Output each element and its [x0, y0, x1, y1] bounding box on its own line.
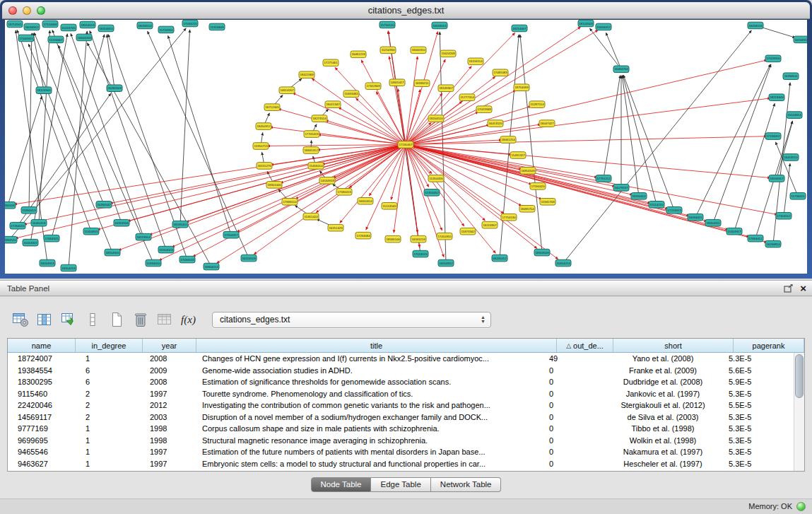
- new-file-icon[interactable]: [106, 310, 126, 329]
- graph-node[interactable]: 17791212: [596, 175, 611, 182]
- scrollbar-thumb[interactable]: [795, 354, 804, 398]
- graph-node[interactable]: 15950713: [253, 143, 269, 150]
- citation-graph[interactable]: 1724040718586106172940841625142915351424…: [5, 20, 807, 274]
- table-row[interactable]: 946362711997Embryonic stem cells: a mode…: [8, 458, 794, 470]
- table-row[interactable]: 1456911722003Disruption of a novel membe…: [8, 411, 794, 424]
- graph-node[interactable]: 17034215: [182, 20, 198, 27]
- graph-node[interactable]: 14614207: [279, 87, 295, 94]
- table-column-icon[interactable]: [34, 310, 54, 329]
- graph-node[interactable]: 16324556: [114, 219, 129, 226]
- graph-node[interactable]: 16633013: [432, 22, 447, 29]
- graph-node[interactable]: 16413520: [488, 120, 503, 127]
- graph-node[interactable]: 16712405: [264, 104, 280, 111]
- window-titlebar[interactable]: citations_edges.txt: [2, 2, 810, 19]
- graph-node[interactable]: 17275461: [323, 59, 339, 66]
- graph-node[interactable]: 17294084: [355, 232, 371, 239]
- graph-node[interactable]: 18394520: [5, 236, 17, 243]
- graph-node[interactable]: 16936211: [414, 80, 430, 87]
- trash-icon[interactable]: [130, 310, 151, 329]
- graph-node[interactable]: 18034917: [769, 175, 784, 182]
- graph-node[interactable]: 17554317: [223, 231, 239, 238]
- graph-node[interactable]: 16424510: [783, 154, 799, 161]
- graph-node[interactable]: 18061254: [500, 136, 516, 144]
- graph-node[interactable]: 18301006: [266, 182, 282, 189]
- graph-node[interactable]: 15554013: [158, 246, 174, 253]
- graph-node[interactable]: 15514210: [649, 201, 664, 208]
- graph-node[interactable]: 15945708: [540, 198, 555, 205]
- graph-node[interactable]: 18324509: [534, 249, 550, 256]
- graph-node[interactable]: 15351424: [303, 213, 319, 220]
- graph-node[interactable]: 18034514: [137, 22, 153, 29]
- graph-node[interactable]: 15934410: [146, 259, 161, 267]
- graph-node[interactable]: 17240407: [398, 141, 413, 148]
- table-disabled-icon[interactable]: [154, 310, 175, 329]
- graph-node[interactable]: 16155276: [257, 163, 272, 170]
- table-selector-dropdown[interactable]: citations_edges.txt ▲▼: [212, 312, 491, 328]
- column-header-title[interactable]: title: [196, 339, 557, 352]
- graph-node[interactable]: 14534918: [319, 177, 335, 185]
- graph-node[interactable]: 11254394: [380, 47, 396, 54]
- graph-node[interactable]: 18124503: [578, 20, 594, 27]
- close-window-button[interactable]: [8, 6, 17, 15]
- graph-node[interactable]: 15287514: [529, 101, 545, 108]
- graph-node[interactable]: 17694412: [748, 235, 763, 242]
- graph-node[interactable]: 16156514: [468, 58, 483, 65]
- column-header-pagerank[interactable]: pagerank: [734, 339, 804, 352]
- table-row[interactable]: 1872400712008Changes of HCN gene express…: [8, 353, 794, 365]
- graph-node[interactable]: 17410955: [437, 233, 452, 240]
- graph-node[interactable]: 17224913: [666, 206, 682, 214]
- graph-node[interactable]: 18422068: [299, 71, 314, 78]
- graph-node[interactable]: 15134407: [48, 36, 64, 43]
- column-header-short[interactable]: short: [613, 339, 734, 352]
- table-import-icon[interactable]: [58, 310, 78, 329]
- tab-edge-table[interactable]: Edge Table: [371, 477, 430, 492]
- graph-node[interactable]: 18434516: [748, 22, 763, 29]
- graph-node[interactable]: 16234814: [765, 240, 781, 247]
- graph-node[interactable]: 18586106: [385, 235, 401, 243]
- graph-node[interactable]: 15124545: [382, 202, 397, 209]
- graph-node[interactable]: 16079197: [613, 185, 629, 192]
- graph-node[interactable]: 15634412: [596, 23, 611, 30]
- graph-node[interactable]: 16251429: [328, 224, 343, 231]
- table-row[interactable]: 977716911998Corpus callosum shape and si…: [8, 423, 794, 435]
- graph-node[interactable]: 16554219: [61, 264, 76, 271]
- column-header-out_de[interactable]: △out_de...: [557, 339, 613, 352]
- graph-node[interactable]: 17696514: [282, 198, 298, 205]
- graph-node[interactable]: 17440921: [18, 35, 34, 42]
- column-header-year[interactable]: year: [143, 339, 196, 352]
- table-settings-icon[interactable]: [10, 310, 30, 329]
- table-row[interactable]: 1938455462009Genome-wide association stu…: [8, 365, 794, 377]
- graph-node[interactable]: 17684925: [44, 235, 59, 242]
- row-tools-icon[interactable]: [82, 310, 102, 329]
- graph-node[interactable]: 17580013: [336, 189, 352, 196]
- graph-node[interactable]: 15224705: [61, 24, 76, 31]
- graph-node[interactable]: 20260503: [107, 85, 122, 92]
- graph-node[interactable]: 18450912: [256, 123, 271, 130]
- graph-node[interactable]: 17594420: [530, 183, 546, 190]
- graph-node[interactable]: 17023348: [476, 106, 492, 113]
- graph-node[interactable]: 16224807: [482, 221, 498, 228]
- graph-node[interactable]: 15873342: [460, 228, 476, 235]
- graph-node[interactable]: 18204510: [428, 115, 444, 122]
- graph-node[interactable]: 18149307: [438, 85, 454, 92]
- close-panel-icon[interactable]: ×: [800, 281, 806, 296]
- table-row[interactable]: 946554611997Estimation of the future num…: [8, 446, 794, 458]
- graph-node[interactable]: 16845312: [303, 147, 319, 154]
- graph-node[interactable]: 16450118: [31, 219, 47, 226]
- graph-node[interactable]: 16047427: [539, 120, 555, 127]
- tab-node-table[interactable]: Node Table: [311, 477, 372, 492]
- table-row[interactable]: 911546021997Tourette syndrome. Phenomeno…: [8, 388, 794, 400]
- graph-node[interactable]: 18554920: [105, 249, 120, 256]
- graph-node[interactable]: 15456014: [308, 163, 324, 170]
- graph-node[interactable]: 18245051: [172, 221, 188, 228]
- graph-node[interactable]: 18754093: [514, 84, 529, 91]
- graph-node[interactable]: 16094415: [688, 214, 703, 221]
- graph-node[interactable]: 20260508: [5, 201, 16, 209]
- minimize-window-button[interactable]: [23, 6, 31, 15]
- graph-node[interactable]: 15491327: [510, 152, 526, 159]
- graph-node[interactable]: 14605427: [389, 79, 405, 86]
- graph-node[interactable]: 18273514: [312, 115, 327, 122]
- graph-node[interactable]: 18334412: [631, 193, 647, 200]
- graph-node[interactable]: 16034912: [24, 23, 40, 30]
- graph-node[interactable]: 18454311: [705, 219, 721, 226]
